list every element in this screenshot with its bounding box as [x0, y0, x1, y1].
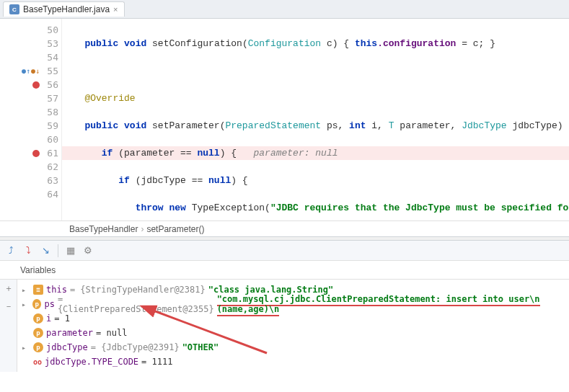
vars-toolbar: ＋ －	[0, 280, 17, 372]
param-icon: p	[33, 342, 43, 352]
var-row-parameter[interactable]: p parameter = null	[17, 326, 569, 340]
line-gutter: 50 53 54 ●↑●↓55 56 57 58 59 60 61 62 63 …	[0, 19, 61, 220]
expand-icon[interactable]: ▸	[22, 286, 30, 294]
close-icon[interactable]: ×	[113, 5, 118, 14]
var-row-typecode[interactable]: oo jdbcType.TYPE_CODE = 1111	[17, 355, 569, 369]
watch-icon: oo	[33, 358, 42, 366]
param-icon: p	[33, 328, 43, 338]
tab-filename: BaseTypeHandler.java	[23, 4, 110, 14]
add-watch-icon[interactable]: ＋	[4, 282, 13, 295]
param-icon: p	[32, 299, 42, 309]
var-row-jdbctype[interactable]: ▸p jdbcType = {JdbcType@2391} "OTHER"	[17, 340, 569, 355]
code-line[interactable]: public void setParameter(PreparedStateme…	[62, 119, 569, 133]
code-line[interactable]: @Override	[62, 92, 569, 105]
file-tab[interactable]: C BaseTypeHandler.java ×	[3, 1, 125, 17]
override-icon[interactable]: ●↑	[22, 67, 30, 75]
var-row-ps[interactable]: ▸p ps = {ClientPreparedStatement@2355} "…	[17, 297, 569, 311]
restore-layout-icon[interactable]: ⤴	[3, 243, 19, 259]
code-line[interactable]: throw new TypeException("JDBC requires t…	[62, 201, 569, 215]
debug-toolbar: ⤴ ⤵ ↘ ▦ ⚙	[0, 241, 569, 261]
code-editor[interactable]: 50 53 54 ●↑●↓55 56 57 58 59 60 61 62 63 …	[0, 19, 569, 220]
code-line[interactable]	[62, 64, 569, 78]
remove-watch-icon[interactable]: －	[4, 300, 13, 313]
new-watch-icon[interactable]: ⤵	[20, 243, 36, 259]
breakpoint-icon[interactable]	[32, 150, 40, 157]
breadcrumb[interactable]: BaseTypeHandler › setParameter()	[0, 220, 569, 236]
calculator-icon[interactable]: ▦	[63, 243, 79, 259]
variables-tree[interactable]: ▸≡ this = {StringTypeHandler@2381} "clas…	[17, 280, 569, 372]
breadcrumb-method[interactable]: setParameter()	[146, 224, 204, 234]
highlighted-value: "com.mysql.cj.jdbc.ClientPreparedStateme…	[217, 294, 540, 316]
code-area[interactable]: public void setConfiguration(Configurati…	[61, 19, 569, 220]
breakpoint-icon[interactable]	[32, 81, 40, 89]
code-line[interactable]: public void setConfiguration(Configurati…	[62, 37, 569, 50]
variables-panel: ＋ － ▸≡ this = {StringTypeHandler@2381} "…	[0, 280, 569, 372]
this-icon: ≡	[33, 285, 43, 295]
variables-tab[interactable]: Variables	[0, 261, 569, 280]
settings-icon[interactable]: ⚙	[80, 243, 96, 259]
param-icon: p	[33, 313, 43, 324]
java-class-icon: C	[9, 4, 19, 14]
code-line[interactable]: if (parameter == null) { parameter: null	[62, 146, 569, 160]
breadcrumb-class[interactable]: BaseTypeHandler	[69, 224, 138, 234]
editor-tab-bar: C BaseTypeHandler.java ×	[0, 0, 569, 19]
step-icon[interactable]: ↘	[38, 243, 53, 259]
expand-icon[interactable]: ▸	[22, 344, 30, 352]
code-line[interactable]: if (jdbcType == null) {	[62, 174, 569, 187]
chevron-right-icon: ›	[141, 224, 144, 234]
expand-icon[interactable]: ▸	[22, 300, 30, 308]
